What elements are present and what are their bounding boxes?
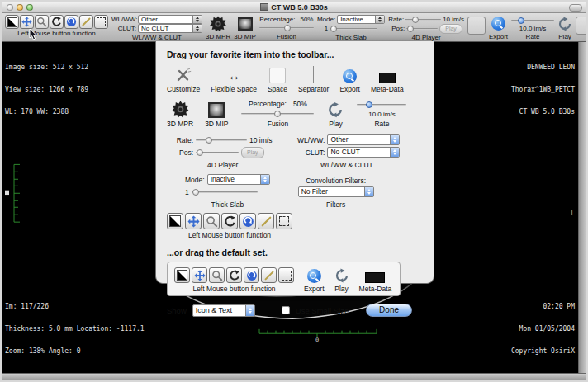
palette-item-fusion[interactable]: Percentage: 50% Fusion xyxy=(239,100,315,128)
minimize-button[interactable] xyxy=(17,4,23,11)
default-play[interactable]: Play xyxy=(334,268,349,293)
rotate-button[interactable] xyxy=(226,267,242,283)
zoom-tool-button[interactable] xyxy=(209,267,225,283)
clut-popup[interactable]: No CLUT xyxy=(138,24,202,33)
contrast-icon xyxy=(7,17,17,27)
palette-item-filters[interactable]: Convolution Filters: No Filter Filters xyxy=(298,177,374,209)
palette-item-customize[interactable]: Customize xyxy=(167,67,200,93)
zoom-button[interactable] xyxy=(26,4,33,11)
pan-button[interactable] xyxy=(185,213,202,229)
pan-button[interactable] xyxy=(192,267,207,283)
stack-scroll-button[interactable] xyxy=(244,267,259,283)
slab-count: 1 xyxy=(325,25,328,32)
default-metadata[interactable]: Meta-Data xyxy=(359,272,392,293)
roi-button[interactable] xyxy=(94,15,108,29)
length-measure-button[interactable] xyxy=(261,267,277,283)
space-icon xyxy=(269,68,286,83)
length-measure-button[interactable] xyxy=(258,213,274,229)
mip-thumbnail-icon[interactable] xyxy=(238,17,253,31)
window-title: CT WB 5.0 B30s xyxy=(271,3,328,12)
length-measure-button[interactable] xyxy=(79,15,93,29)
roi-dashed-rect-icon xyxy=(282,271,292,281)
palette-item-separator[interactable]: Separator xyxy=(298,66,329,93)
default-mouse-function[interactable]: Left Mouse button function xyxy=(174,267,294,293)
zoom-tool-button[interactable] xyxy=(35,15,49,29)
export-quicktime-icon xyxy=(307,269,321,283)
wlww-contrast-button[interactable] xyxy=(174,267,190,283)
4d-play-button[interactable]: Play xyxy=(241,147,264,158)
use-small-size-checkbox[interactable] xyxy=(282,306,290,314)
palette-item-play[interactable]: Play xyxy=(327,101,344,128)
wlww-contrast-button[interactable] xyxy=(5,15,19,29)
palette-item-3dmpr[interactable]: 3D MPR xyxy=(167,101,193,128)
done-button[interactable]: Done xyxy=(366,304,412,317)
gear-3dmpr-icon xyxy=(172,101,189,118)
export-label: Export xyxy=(489,33,508,40)
show-popup[interactable]: Icon & Text xyxy=(192,304,255,317)
export-quicktime-icon[interactable] xyxy=(491,17,505,31)
rotate-button[interactable] xyxy=(50,15,64,29)
slab-slider[interactable] xyxy=(330,25,377,33)
toolbar-empty-slot-2 xyxy=(576,15,586,35)
wl-popup[interactable]: Other xyxy=(327,134,400,145)
palette-item-wlww-clut[interactable]: WL/WW: Other CLUT: No CLUT WL/WW & CLUT xyxy=(293,134,400,169)
wl-label: WL/WW: xyxy=(111,16,136,23)
palette-item-space[interactable]: Space xyxy=(268,68,287,93)
rotate-button[interactable] xyxy=(221,213,238,229)
default-export[interactable]: Export xyxy=(304,269,325,293)
pan-button[interactable] xyxy=(20,15,34,29)
ruler-zero-label: 0 xyxy=(315,337,319,343)
vertical-ruler xyxy=(14,164,20,222)
roi-button[interactable] xyxy=(278,267,294,283)
wlww-contrast-button[interactable] xyxy=(167,213,183,229)
rate-slider[interactable] xyxy=(511,17,554,25)
zoom-tool-button[interactable] xyxy=(203,213,220,229)
sheet-title: Drag your favorite item into the toolbar… xyxy=(167,50,424,59)
palette-item-mouse-function[interactable]: Left Mouse button function xyxy=(167,213,292,239)
stack-scroll-button[interactable] xyxy=(64,15,78,29)
4d-pos-slider[interactable] xyxy=(196,149,239,157)
fusion-slider[interactable] xyxy=(241,110,314,118)
mpr-label: 3D MPR xyxy=(206,33,230,40)
palette-item-4dplayer[interactable]: Rate: 10 im/s Pos: Play 4D Player xyxy=(173,134,272,169)
gear-3dmpr-icon[interactable] xyxy=(210,15,226,32)
toolbar-thickslab-group: Mode: Inactive 1 Thick Slab xyxy=(317,15,385,41)
mode-popup[interactable]: Inactive xyxy=(337,15,385,24)
toolbar-export: Export xyxy=(489,15,508,40)
stack-scroll-button[interactable] xyxy=(239,213,256,229)
wl-popup[interactable]: Other xyxy=(138,15,202,24)
palette-item-3dmip[interactable]: 3D MIP xyxy=(205,102,228,128)
stack-scroll-icon xyxy=(242,215,254,228)
fusion-slider[interactable] xyxy=(259,24,314,32)
palette-item-metadata[interactable]: Meta-Data xyxy=(371,70,404,93)
rate-slider[interactable] xyxy=(357,101,406,109)
play-refresh-icon[interactable] xyxy=(557,17,572,31)
palette-item-rate[interactable]: 10.0 im/s Rate xyxy=(355,101,408,128)
length-line-icon xyxy=(260,215,273,228)
slab-slider[interactable] xyxy=(192,188,258,196)
percentage-label: Percentage: xyxy=(249,100,287,108)
mode-popup[interactable]: Inactive xyxy=(207,174,270,185)
roi-button[interactable] xyxy=(276,213,292,229)
palette-item-thickslab[interactable]: Mode: Inactive 1 Thick Slab xyxy=(185,174,270,209)
clut-popup[interactable]: No CLUT xyxy=(327,147,400,158)
toolbar-toggle-pill[interactable] xyxy=(569,4,582,12)
4d-rate-slider[interactable] xyxy=(405,16,441,24)
document-icon xyxy=(260,3,268,11)
4d-rate-slider[interactable] xyxy=(196,136,247,144)
window-bottom-edge xyxy=(2,373,586,380)
default-set-box[interactable]: Left Mouse button function Export Play M… xyxy=(167,262,401,296)
filters-popup[interactable]: No Filter xyxy=(298,186,374,197)
palette-item-flexible-space[interactable]: ↔ Flexible Space xyxy=(211,68,257,93)
toolbar-4dplayer-group: Rate: 10 im/s Pos: Play 4D Player xyxy=(388,15,464,41)
close-button[interactable] xyxy=(7,4,13,11)
wlww-group-label: WL/WW & CLUT xyxy=(132,34,182,41)
4d-pos-slider[interactable] xyxy=(406,25,438,33)
palette-item-export[interactable]: Export xyxy=(339,69,360,93)
4dplayer-group-label: 4D Player xyxy=(411,34,440,41)
4d-play-button[interactable]: Play xyxy=(439,24,462,34)
window-controls xyxy=(7,4,33,11)
rotate-icon xyxy=(224,215,236,228)
play-refresh-icon xyxy=(327,101,344,118)
magnifier-icon xyxy=(206,215,218,228)
